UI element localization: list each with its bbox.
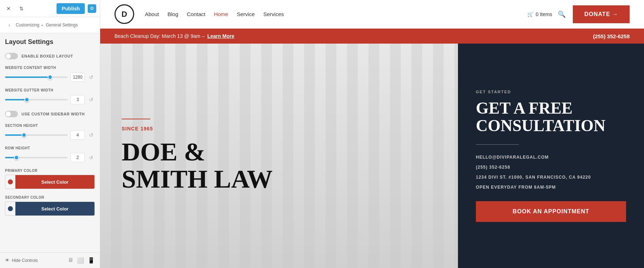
learn-more-link[interactable]: Learn More [207, 33, 234, 39]
panel-content: Enable Boxed Layout Website Content Widt… [0, 49, 100, 252]
search-icon[interactable]: 🔍 [558, 10, 566, 18]
gutter-width-label: Website Gutter Width [5, 88, 95, 92]
custom-sidebar-toggle[interactable] [5, 111, 18, 117]
row-height-value[interactable]: 2 [70, 153, 85, 162]
section-height-setting: Section Height 4 ↺ [5, 124, 95, 140]
section-height-reset-icon[interactable]: ↺ [88, 132, 95, 138]
primary-color-dot [5, 175, 15, 189]
secondary-color-label: Secondary Color [5, 195, 95, 199]
cart-count: 0 Items [536, 11, 552, 17]
content-width-label: Website Content Width [5, 66, 95, 70]
hide-controls-button[interactable]: 👁 Hide Controls [5, 258, 38, 263]
section-height-label: Section Height [5, 124, 95, 128]
tablet-icon[interactable]: ⬜ [77, 257, 84, 264]
top-bar: ✕ ⇅ Publish ⚙ [0, 0, 100, 17]
mobile-icon[interactable]: 📱 [88, 257, 95, 264]
swap-icon[interactable]: ⇅ [16, 4, 26, 14]
consultation-line1: GET A FREE [476, 100, 626, 117]
contact-address: 1234 DIVI ST. #1000, SAN FRANCISCO, CA 9… [476, 175, 626, 180]
hero-title: DOE & SMITH LAW [122, 139, 436, 193]
content-width-reset-icon[interactable]: ↺ [88, 74, 95, 80]
nav-contact[interactable]: Contact [187, 11, 205, 17]
content-width-setting: Website Content Width 1280 ↺ [5, 66, 95, 82]
viewport-icons: 🖥 ⬜ 📱 [68, 257, 95, 264]
breadcrumb-bar: ‹ Customizing ▸ General Settings [0, 17, 100, 33]
hero-since-label: Since 1965 [122, 126, 436, 131]
nav-links: About Blog Contact Home Service Services [145, 11, 527, 17]
breadcrumb-section: General Settings [46, 23, 78, 28]
secondary-color-setting: Secondary Color Select Color [5, 195, 95, 216]
consultation-line2: CONSULTATION [476, 117, 626, 134]
panel-title: Layout Settings [0, 33, 100, 49]
custom-sidebar-row: Use Custom Sidebar Width [5, 111, 95, 117]
contact-hours: OPEN EVERYDAY FROM 8AM-5PM [476, 185, 626, 190]
site-nav: D About Blog Contact Home Service Servic… [100, 0, 644, 29]
gutter-width-value[interactable]: 3 [70, 95, 85, 104]
gutter-width-slider[interactable] [5, 99, 68, 100]
row-height-reset-icon[interactable]: ↺ [88, 155, 95, 160]
boxed-layout-label: Enable Boxed Layout [21, 54, 73, 58]
desktop-icon[interactable]: 🖥 [68, 257, 73, 264]
publish-button[interactable]: Publish [57, 3, 85, 14]
section-height-slider[interactable] [5, 134, 68, 136]
consultation-title: GET A FREE CONSULTATION [476, 100, 626, 134]
row-height-slider[interactable] [5, 157, 68, 158]
custom-sidebar-label: Use Custom Sidebar Width [21, 112, 85, 116]
hero-title-line1: DOE & [122, 139, 436, 166]
breadcrumb-customizing[interactable]: Customizing [16, 23, 39, 28]
site-logo: D [114, 4, 134, 24]
close-icon[interactable]: ✕ [4, 4, 14, 14]
publish-label: Publish [62, 6, 80, 11]
boxed-layout-toggle[interactable] [5, 53, 18, 59]
hero-right-panel: Get Started GET A FREE CONSULTATION HELL… [458, 44, 644, 268]
secondary-color-select-button[interactable]: Select Color [15, 202, 94, 215]
primary-color-swatch [8, 179, 13, 184]
row-height-label: Row Height [5, 146, 95, 150]
get-started-label: Get Started [476, 90, 626, 94]
donate-button[interactable]: Donate → [573, 5, 630, 23]
contact-email: HELLO@DIVIPARALEGAL.COM [476, 155, 626, 160]
cart-area[interactable]: 🛒 0 Items [527, 11, 552, 17]
alert-bar: Beach Cleanup Day: March 13 @ 9am – Lear… [100, 29, 644, 44]
nav-home[interactable]: Home [214, 11, 228, 17]
alert-text: Beach Cleanup Day: March 13 @ 9am – [114, 33, 205, 39]
contact-info: HELLO@DIVIPARALEGAL.COM (255) 352-6258 1… [476, 155, 626, 190]
hero-left: Since 1965 DOE & SMITH LAW [100, 44, 458, 268]
hide-controls-label: Hide Controls [12, 258, 38, 263]
back-arrow-icon[interactable]: ‹ [5, 21, 14, 29]
hero-content: Since 1965 DOE & SMITH LAW [122, 119, 436, 193]
panel-footer: 👁 Hide Controls 🖥 ⬜ 📱 [0, 252, 100, 268]
cart-icon: 🛒 [527, 11, 533, 17]
alert-phone: (255) 352-6258 [593, 33, 630, 39]
book-appointment-button[interactable]: Book An Appointment [476, 201, 626, 222]
breadcrumb-separator: ▸ [42, 23, 44, 28]
preview-area: D About Blog Contact Home Service Servic… [100, 0, 644, 268]
nav-services[interactable]: Services [263, 11, 284, 17]
primary-color-bar: Select Color [5, 175, 95, 189]
content-width-slider[interactable] [5, 76, 68, 78]
hero-section: Since 1965 DOE & SMITH LAW Get Started G… [100, 44, 644, 268]
alert-message: Beach Cleanup Day: March 13 @ 9am – Lear… [114, 33, 234, 39]
hero-title-line2: SMITH LAW [122, 166, 436, 193]
hero-decorative-line [122, 119, 150, 119]
nav-service[interactable]: Service [237, 11, 255, 17]
content-width-value[interactable]: 1280 [70, 73, 85, 82]
gutter-width-reset-icon[interactable]: ↺ [88, 97, 95, 103]
settings-gear-icon[interactable]: ⚙ [88, 4, 96, 13]
nav-about[interactable]: About [145, 11, 159, 17]
secondary-color-swatch [8, 206, 13, 211]
left-panel: ✕ ⇅ Publish ⚙ ‹ Customizing ▸ General Se… [0, 0, 100, 268]
section-height-value[interactable]: 4 [70, 130, 85, 140]
primary-color-select-button[interactable]: Select Color [15, 175, 94, 189]
secondary-color-bar: Select Color [5, 202, 95, 216]
primary-color-label: Primary Color [5, 169, 95, 173]
consultation-divider [476, 144, 519, 145]
gutter-width-setting: Website Gutter Width 3 ↺ [5, 88, 95, 104]
primary-color-setting: Primary Color Select Color [5, 169, 95, 189]
contact-phone: (255) 352-6258 [476, 165, 626, 170]
nav-blog[interactable]: Blog [167, 11, 178, 17]
secondary-color-dot [5, 202, 15, 215]
boxed-layout-row: Enable Boxed Layout [5, 53, 95, 59]
row-height-setting: Row Height 2 ↺ [5, 146, 95, 162]
